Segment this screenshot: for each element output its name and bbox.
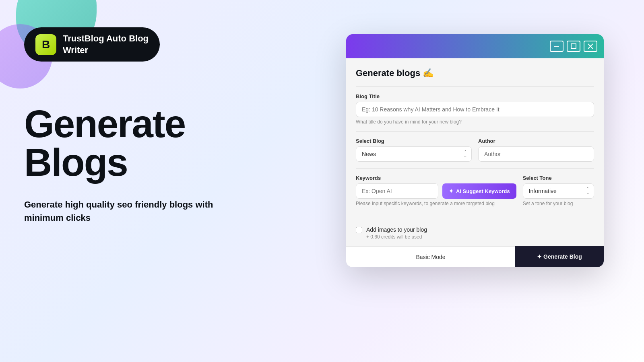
window-body: Generate blogs ✍️ Blog Title What title … xyxy=(346,58,604,243)
sub-heading: Generate high quality seo friendly blogs… xyxy=(24,198,217,224)
window-title: Generate blogs ✍️ xyxy=(356,68,594,78)
window-titlebar xyxy=(346,34,604,58)
minimize-button[interactable] xyxy=(550,41,564,52)
select-tone-label: Select Tone xyxy=(523,175,594,181)
divider-3 xyxy=(356,168,594,169)
app-window: Generate blogs ✍️ Blog Title What title … xyxy=(346,34,604,267)
basic-mode-button[interactable]: Basic Mode xyxy=(346,246,515,267)
keywords-row: ✦ AI Suggest Keywords xyxy=(356,183,516,199)
select-blog-wrapper: News Technology Health Finance xyxy=(356,146,472,162)
blog-title-hint: What title do you have in mind for your … xyxy=(356,119,594,125)
blog-title-section: Blog Title What title do you have in min… xyxy=(356,93,594,125)
select-tone-wrapper: Informative Casual Professional Humorous xyxy=(523,183,594,199)
add-images-checkbox[interactable] xyxy=(356,227,362,233)
left-content: Generate Blogs Generate high quality seo… xyxy=(24,105,217,224)
logo-icon: B xyxy=(35,34,56,55)
divider-1 xyxy=(356,86,594,87)
main-heading: Generate Blogs xyxy=(24,105,217,182)
keywords-input[interactable] xyxy=(356,183,438,199)
keywords-hint: Please input specific keywords, to gener… xyxy=(356,201,516,206)
generate-button[interactable]: ✦ Generate Blog xyxy=(515,246,604,267)
logo-text: TrustBlog Auto Blog Writer xyxy=(63,33,149,56)
blog-author-row: Select Blog News Technology Health Finan… xyxy=(356,138,594,162)
add-images-label[interactable]: Add images to your blog xyxy=(366,226,427,233)
author-section: Author xyxy=(478,138,594,162)
ai-suggest-button[interactable]: ✦ AI Suggest Keywords xyxy=(442,183,516,199)
select-blog-label: Select Blog xyxy=(356,138,472,144)
blog-title-label: Blog Title xyxy=(356,93,594,99)
keywords-section: Keywords ✦ AI Suggest Keywords Please in… xyxy=(356,175,516,206)
divider-4 xyxy=(356,213,594,213)
add-images-credits: + 0.60 credits will be used xyxy=(366,234,427,240)
ai-icon: ✦ xyxy=(449,188,454,194)
add-images-text: Add images to your blog + 0.60 credits w… xyxy=(366,226,427,240)
select-tone-section: Select Tone Informative Casual Professio… xyxy=(523,175,594,206)
add-images-row: Add images to your blog + 0.60 credits w… xyxy=(356,220,594,243)
select-blog-section: Select Blog News Technology Health Finan… xyxy=(356,138,472,162)
ai-suggest-label: AI Suggest Keywords xyxy=(456,188,510,194)
keywords-tone-row: Keywords ✦ AI Suggest Keywords Please in… xyxy=(356,175,594,206)
select-blog-dropdown[interactable]: News Technology Health Finance xyxy=(356,146,472,162)
svg-rect-1 xyxy=(571,44,576,49)
maximize-button[interactable] xyxy=(567,41,580,52)
author-input[interactable] xyxy=(478,146,594,162)
author-label: Author xyxy=(478,138,594,144)
keywords-label: Keywords xyxy=(356,175,516,181)
window-footer: Basic Mode ✦ Generate Blog xyxy=(346,246,604,267)
close-button[interactable] xyxy=(584,41,597,52)
select-tone-hint: Set a tone for your blog xyxy=(523,201,594,206)
logo-pill: B TrustBlog Auto Blog Writer xyxy=(24,27,160,62)
divider-2 xyxy=(356,131,594,132)
blog-title-input[interactable] xyxy=(356,102,594,117)
select-tone-dropdown[interactable]: Informative Casual Professional Humorous xyxy=(523,183,594,199)
